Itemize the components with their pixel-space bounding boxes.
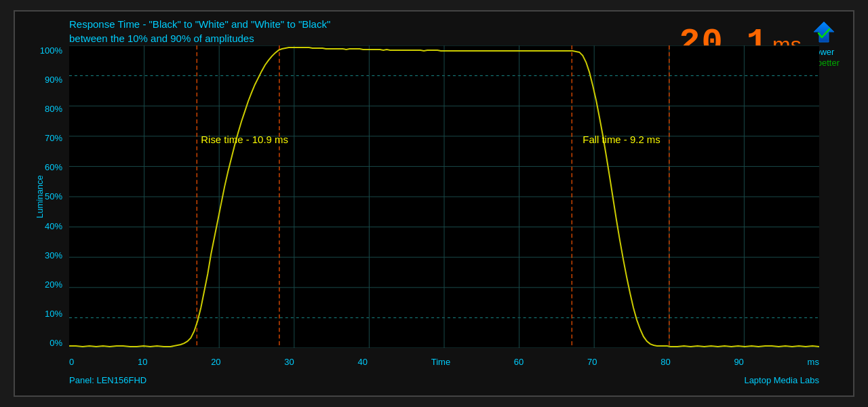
chart-title-line1: Response Time - "Black" to "White" and "…: [69, 17, 330, 31]
y-label-0: 0%: [32, 338, 62, 348]
chart-container: Response Time - "Black" to "White" and "…: [14, 10, 854, 397]
rise-time-text: Rise time - 10.9 ms: [201, 134, 288, 145]
svg-marker-0: [814, 22, 834, 42]
y-label-90: 90%: [32, 75, 62, 85]
x-label-0: 0: [69, 357, 74, 367]
y-axis-labels: 100% 90% 80% 70% 60% 50% 40% 30% 20% 10%…: [32, 45, 62, 348]
y-label-10: 10%: [32, 309, 62, 319]
x-label-30: 30: [284, 357, 294, 367]
y-label-60: 60%: [32, 162, 62, 172]
chart-title-line2: between the 10% and 90% of amplitudes: [69, 31, 330, 45]
y-label-20: 20%: [32, 279, 62, 290]
y-label-40: 40%: [32, 221, 62, 231]
chart-svg: Rise time - 10.9 ms Fall time - 9.2 ms: [69, 45, 819, 348]
chart-title: Response Time - "Black" to "White" and "…: [69, 17, 330, 45]
lower-better-arrow-icon: [810, 18, 837, 45]
y-label-100: 100%: [32, 45, 62, 56]
x-label-40: 40: [358, 357, 368, 367]
panel-label: Panel: LEN156FHD: [69, 375, 146, 385]
y-label-80: 80%: [32, 104, 62, 114]
better-text: better: [817, 58, 840, 68]
x-label-10: 10: [138, 357, 147, 367]
watermark: Laptop Media Labs: [744, 375, 819, 385]
fall-time-text: Fall time - 9.2 ms: [583, 134, 660, 145]
y-label-70: 70%: [32, 133, 62, 143]
y-label-30: 30%: [32, 250, 62, 260]
x-label-70: 70: [587, 357, 597, 367]
chart-area: Luminance 100% 90% 80% 70% 60% 50% 40% 3…: [69, 45, 819, 348]
x-label-90: 90: [734, 357, 743, 367]
x-label-60: 60: [514, 357, 524, 367]
x-label-ms: ms: [808, 357, 819, 367]
x-axis-labels: 0 10 20 30 40 Time 60 70 80 90 ms: [69, 357, 819, 367]
x-label-time: Time: [431, 357, 450, 367]
x-label-20: 20: [211, 357, 220, 367]
x-label-80: 80: [660, 357, 670, 367]
y-label-50: 50%: [32, 191, 62, 201]
